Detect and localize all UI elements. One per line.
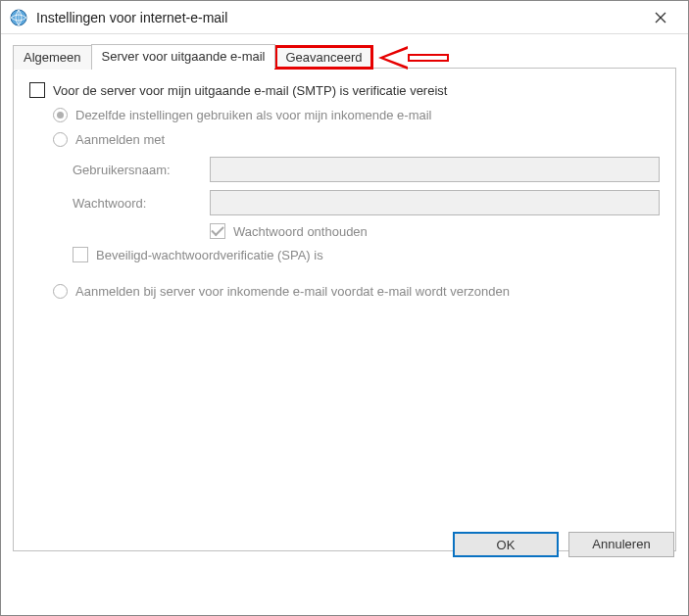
input-password[interactable] [210, 190, 660, 215]
app-icon [9, 8, 28, 27]
radio-incoming-first[interactable] [53, 284, 68, 299]
tab-advanced-label: Geavanceerd [285, 50, 362, 65]
titlebar: Instellingen voor internet-e-mail [1, 1, 688, 34]
label-smtp-auth: Voor de server voor mijn uitgaande e-mai… [53, 83, 447, 98]
row-remember-password: Wachtwoord onthouden [210, 223, 660, 239]
row-login-with: Aanmelden met [53, 132, 660, 147]
row-password: Wachtwoord: [73, 190, 660, 215]
checkbox-remember-password[interactable] [210, 223, 225, 239]
svg-marker-5 [378, 46, 408, 70]
label-spa: Beveiligd-wachtwoordverificatie (SPA) is [96, 248, 323, 262]
row-smtp-auth: Voor de server voor mijn uitgaande e-mai… [29, 82, 660, 98]
login-credentials-group: Gebruikersnaam: Wachtwoord: Wachtwoord o… [73, 157, 660, 239]
svg-rect-4 [408, 54, 449, 62]
close-button[interactable] [641, 4, 680, 31]
label-password: Wachtwoord: [73, 196, 210, 211]
label-same-settings: Dezelfde instellingen gebruiken als voor… [75, 108, 431, 122]
content-area: Algemeen Server voor uitgaande e-mail Ge… [1, 34, 688, 568]
checkbox-smtp-auth[interactable] [29, 82, 45, 98]
row-same-settings: Dezelfde instellingen gebruiken als voor… [53, 108, 660, 122]
tab-general[interactable]: Algemeen [13, 45, 92, 70]
radio-same-settings[interactable] [53, 108, 68, 122]
cancel-button[interactable]: Annuleren [568, 532, 674, 557]
svg-rect-6 [410, 56, 447, 60]
label-incoming-first: Aanmelden bij server voor inkomende e-ma… [75, 284, 510, 299]
tab-panel-outgoing: Voor de server voor mijn uitgaande e-mai… [13, 68, 676, 551]
row-spa: Beveiligd-wachtwoordverificatie (SPA) is [73, 247, 660, 262]
tab-advanced[interactable]: Geavanceerd [274, 45, 372, 70]
window-title: Instellingen voor internet-e-mail [36, 10, 641, 25]
label-remember-password: Wachtwoord onthouden [233, 224, 368, 239]
ok-button[interactable]: OK [453, 532, 559, 557]
input-username[interactable] [210, 157, 660, 182]
annotation-arrow-icon [378, 46, 449, 72]
dialog-footer: OK Annuleren [1, 521, 688, 568]
row-incoming-first: Aanmelden bij server voor inkomende e-ma… [53, 284, 660, 299]
tab-strip: Algemeen Server voor uitgaande e-mail Ge… [13, 44, 676, 69]
label-login-with: Aanmelden met [75, 132, 165, 147]
label-username: Gebruikersnaam: [73, 163, 210, 177]
checkbox-spa[interactable] [73, 247, 88, 262]
tab-outgoing-server[interactable]: Server voor uitgaande e-mail [91, 44, 276, 69]
row-username: Gebruikersnaam: [73, 157, 660, 182]
radio-login-with[interactable] [53, 132, 68, 147]
svg-marker-7 [384, 49, 408, 67]
